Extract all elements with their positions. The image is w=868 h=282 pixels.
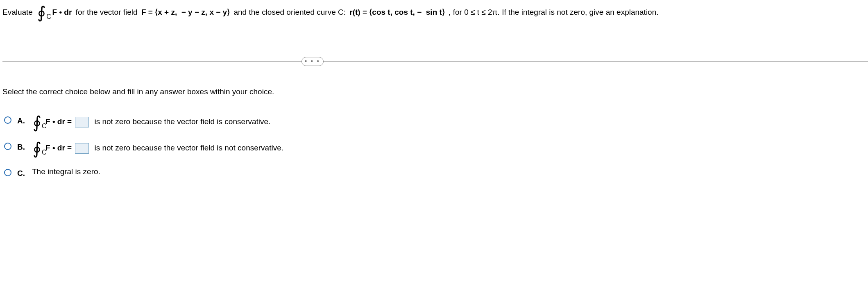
choice-c-text: The integral is zero. <box>32 166 100 177</box>
instruction-text: Select the correct choice below and fill… <box>2 86 868 98</box>
choice-a: A. ∮ C F • dr = is not zero because the … <box>4 114 868 130</box>
contour-integral-symbol: ∮ C <box>37 4 46 20</box>
choice-b: B. ∮ C F • dr = is not zero because the … <box>4 140 868 157</box>
contour-integral-symbol: ∮ C <box>33 140 41 157</box>
divider: • • • <box>2 61 868 62</box>
radio-b[interactable] <box>4 143 11 150</box>
choice-c-body: The integral is zero. <box>32 166 100 177</box>
choice-a-label: A. <box>17 114 26 127</box>
vector-field: F = ⟨x + z, − y − z, x − y⟩ <box>141 7 230 18</box>
question-text: Evaluate ∮ C F • dr for the vector field… <box>2 4 868 20</box>
contour-integral-symbol: ∮ C <box>33 114 41 130</box>
choice-b-text: is not zero because the vector field is … <box>92 143 283 154</box>
f-dot-dr: F • dr = <box>45 116 72 127</box>
dots-icon: • • • <box>305 57 320 66</box>
question-lead: Evaluate <box>2 7 35 18</box>
choice-c-label: C. <box>17 166 26 179</box>
curve-equation: r(t) = ⟨cos t, cos t, − sin t⟩ <box>349 7 445 18</box>
f-dot-dr: F • dr = <box>45 143 72 154</box>
answer-box-b[interactable] <box>75 143 89 154</box>
radio-a[interactable] <box>4 116 11 124</box>
f-dot-dr: F • dr <box>52 7 72 18</box>
expand-button[interactable]: • • • <box>301 57 324 66</box>
choice-b-label: B. <box>17 140 26 153</box>
choice-a-body: ∮ C F • dr = is not zero because the vec… <box>32 114 270 130</box>
radio-c[interactable] <box>4 169 11 176</box>
choice-b-body: ∮ C F • dr = is not zero because the vec… <box>32 140 283 157</box>
choice-list: A. ∮ C F • dr = is not zero because the … <box>2 114 868 179</box>
choice-a-text: is not zero because the vector field is … <box>92 116 270 127</box>
choice-c: C. The integral is zero. <box>4 166 868 179</box>
answer-box-a[interactable] <box>75 117 89 127</box>
